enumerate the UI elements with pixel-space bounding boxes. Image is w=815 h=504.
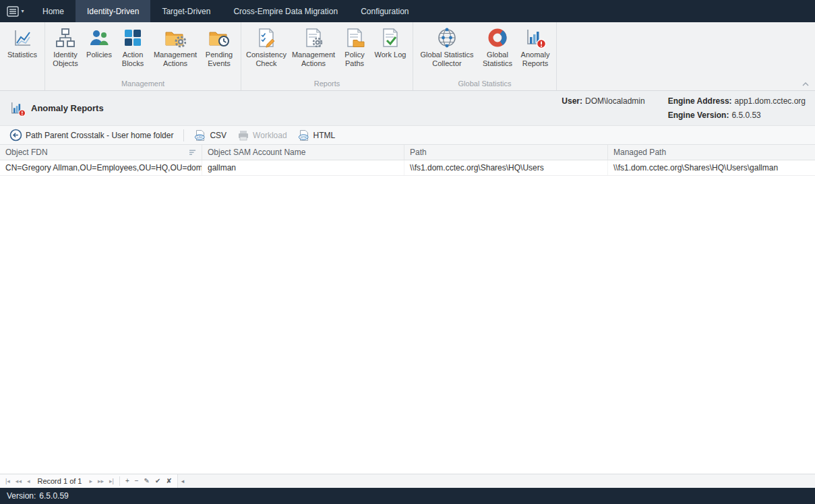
ribbon-group-reports: Consistency Check Management Actions: [241, 22, 413, 90]
folder-clock-icon: [208, 27, 230, 49]
nav-cancel-button[interactable]: ✘: [163, 474, 174, 488]
bar-chart-alert-icon: [524, 27, 546, 49]
horizontal-scrollbar[interactable]: ◂: [177, 474, 815, 488]
pending-events-button[interactable]: Pending Events: [200, 24, 238, 69]
page-header: Anomaly Reports User:DOM\localadmin Engi…: [0, 91, 815, 126]
management-actions-report-button[interactable]: Management Actions: [289, 24, 338, 69]
policies-button[interactable]: Policies: [83, 24, 115, 61]
printer-icon: [237, 129, 249, 141]
nav-next-button[interactable]: ▸: [86, 474, 95, 488]
results-grid: Object FDN Object SAM Account Name Path …: [0, 145, 815, 488]
ribbon-group-label: Reports: [243, 79, 411, 90]
column-header-object-fdn[interactable]: Object FDN: [0, 145, 202, 160]
cell-object-sam-account-name[interactable]: gallman: [202, 160, 404, 175]
table-row[interactable]: CN=Gregory Allman,OU=Employees,OU=HQ,OU=…: [0, 160, 815, 176]
action-blocks-icon: [122, 27, 144, 49]
csv-file-icon: CSV: [194, 129, 206, 141]
statistics-icon: [11, 27, 33, 49]
ribbon-group-label: [1, 79, 43, 90]
export-csv-button[interactable]: CSV CSV: [190, 128, 231, 143]
nav-edit-button[interactable]: ✎: [142, 474, 152, 488]
identity-objects-icon: [55, 27, 76, 49]
html-file-icon: HTM: [298, 129, 310, 141]
svg-text:HTM: HTM: [300, 135, 307, 139]
identity-objects-button[interactable]: Identity Objects: [48, 24, 83, 69]
globe-nodes-icon: [436, 27, 458, 49]
export-csv-label: CSV: [210, 131, 227, 140]
workload-label: Workload: [253, 131, 286, 140]
export-html-label: HTML: [313, 131, 336, 140]
anomaly-reports-title-icon: [9, 100, 26, 117]
back-button[interactable]: Path Parent Crosstalk - User home folder: [5, 127, 177, 143]
chevron-down-icon: ▾: [21, 8, 24, 14]
app-menu-icon: [7, 6, 19, 17]
scroll-left-arrow-icon[interactable]: ◂: [178, 478, 188, 484]
back-arrow-icon: [9, 129, 22, 141]
ribbon-group-label: Global Statistics: [415, 79, 555, 90]
app-menu-button[interactable]: ▾: [0, 0, 31, 22]
report-toolbar: Path Parent Crosstalk - User home folder…: [0, 126, 815, 145]
cell-managed-path[interactable]: \\fs1.dom.cctec.org\Shares\HQ\Users\gall…: [608, 160, 815, 175]
page-title: Anomaly Reports: [9, 100, 104, 117]
page-title-text: Anomaly Reports: [31, 103, 104, 113]
work-log-button[interactable]: Work Log: [371, 24, 410, 61]
folder-gear-icon: [164, 27, 186, 49]
sort-indicator-icon: [189, 150, 196, 156]
donut-chart-icon: [487, 27, 508, 49]
back-button-label: Path Parent Crosstalk - User home folder: [26, 131, 173, 140]
status-bar: Version: 6.5.0.59: [0, 488, 815, 504]
nav-delete-button[interactable]: −: [132, 474, 142, 488]
nav-prev-page-button[interactable]: ◂◂: [13, 474, 24, 488]
anomaly-reports-button[interactable]: Anomaly Reports: [517, 24, 553, 69]
column-header-path[interactable]: Path: [404, 145, 608, 160]
column-header-object-sam-account-name[interactable]: Object SAM Account Name: [202, 145, 404, 160]
nav-first-button[interactable]: |◂: [3, 474, 13, 488]
cell-object-fdn[interactable]: CN=Gregory Allman,OU=Employees,OU=HQ,OU=…: [0, 160, 202, 175]
record-navigator: |◂ ◂◂ ◂ Record 1 of 1 ▸ ▸▸ ▸| + − ✎ ✔ ✘ …: [0, 474, 815, 488]
nav-last-button[interactable]: ▸|: [107, 474, 117, 488]
navigator-separator: [119, 476, 120, 486]
global-statistics-button[interactable]: Global Statistics: [478, 24, 517, 69]
ribbon-group-global-statistics: Global Statistics Collector Global Stati…: [413, 22, 557, 90]
management-actions-button[interactable]: Management Actions: [150, 24, 200, 69]
cell-path[interactable]: \\fs1.dom.cctec.org\Shares\HQ\Users: [404, 160, 608, 175]
policies-icon: [88, 27, 110, 49]
nav-prev-button[interactable]: ◂: [24, 474, 33, 488]
ribbon-collapse-chevron-icon[interactable]: [801, 80, 810, 88]
tab-target-driven[interactable]: Target-Driven: [150, 0, 222, 22]
tab-home[interactable]: Home: [31, 0, 76, 22]
app-window: { "menubar": { "tabs": [ { "label": "Hom…: [0, 0, 815, 504]
checklist-pencil-icon: [255, 27, 277, 49]
grid-empty-area: [0, 176, 815, 474]
grid-header-row: Object FDN Object SAM Account Name Path …: [0, 145, 815, 160]
workload-button[interactable]: Workload: [233, 128, 291, 143]
toolbar-separator: [183, 129, 184, 141]
statistics-button[interactable]: Statistics: [3, 24, 42, 61]
document-folder-icon: [344, 27, 365, 49]
record-count-text: Record 1 of 1: [32, 477, 86, 485]
ribbon-group-label: Management: [47, 79, 239, 90]
menu-bar: ▾ Home Identity-Driven Target-Driven Cro…: [0, 0, 815, 22]
user-info: User:DOM\localadmin: [562, 96, 644, 106]
policy-paths-button[interactable]: Policy Paths: [338, 24, 371, 69]
ribbon: Statistics Identity Objects: [0, 22, 815, 91]
tab-cross-empire-data-migration[interactable]: Cross-Empire Data Migration: [222, 0, 349, 22]
column-header-managed-path[interactable]: Managed Path: [608, 145, 815, 160]
nav-append-button[interactable]: +: [123, 474, 132, 488]
engine-address-info: Engine Address:app1.dom.cctec.org: [668, 96, 806, 106]
consistency-check-button[interactable]: Consistency Check: [244, 24, 289, 69]
tab-configuration[interactable]: Configuration: [349, 0, 420, 22]
document-gear-icon: [303, 27, 324, 49]
action-blocks-button[interactable]: Action Blocks: [115, 24, 150, 69]
nav-post-button[interactable]: ✔: [152, 474, 163, 488]
version-label: Version:: [7, 491, 36, 501]
document-check-icon: [380, 27, 401, 49]
ribbon-group-statistics: Statistics: [0, 22, 45, 90]
nav-next-page-button[interactable]: ▸▸: [95, 474, 107, 488]
export-html-button[interactable]: HTM HTML: [294, 128, 340, 143]
version-value: 6.5.0.59: [39, 491, 68, 501]
ribbon-group-management: Identity Objects Policies Action: [45, 22, 241, 90]
svg-text:CSV: CSV: [197, 135, 204, 139]
tab-identity-driven[interactable]: Identity-Driven: [76, 0, 150, 22]
global-statistics-collector-button[interactable]: Global Statistics Collector: [416, 24, 478, 69]
